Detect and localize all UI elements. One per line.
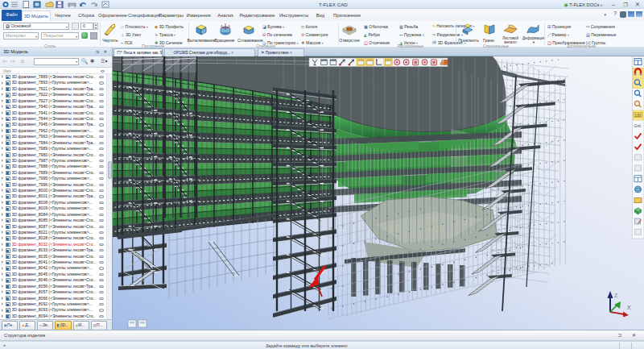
svg-text:Z: Z [614,293,618,298]
svg-text:100: 100 [635,114,642,118]
svg-text:X: X [627,305,631,310]
svg-text:Grd: Grd [634,123,642,128]
